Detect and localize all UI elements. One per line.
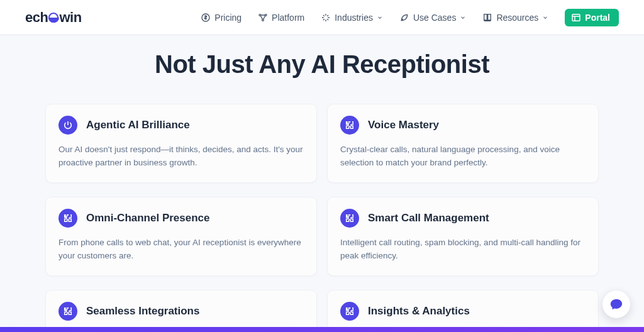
feature-title: Agentic AI Brilliance: [86, 119, 190, 131]
chevron-down-icon: [460, 14, 466, 21]
puzzle-icon: [58, 302, 77, 321]
book-icon: [482, 13, 492, 23]
dollar-icon: [201, 13, 211, 23]
feature-title: Voice Mastery: [368, 119, 439, 131]
feature-card-smart-call: Smart Call Management Intelligent call r…: [327, 197, 599, 276]
feature-title: Insights & Analytics: [368, 305, 470, 318]
feature-body: From phone calls to web chat, your AI re…: [58, 236, 304, 263]
brand-logo[interactable]: ech win: [25, 9, 82, 26]
chat-launcher-button[interactable]: [602, 290, 630, 318]
feature-grid: Agentic AI Brilliance Our AI doesn't jus…: [45, 104, 599, 332]
page-main: Not Just Any AI Receptionist Agentic AI …: [0, 35, 644, 332]
nav-use-cases[interactable]: Use Cases: [399, 13, 466, 23]
feature-card-agentic-ai: Agentic AI Brilliance Our AI doesn't jus…: [45, 104, 317, 183]
feature-title: Seamless Integrations: [86, 305, 199, 318]
nav-industries-label: Industries: [335, 13, 373, 23]
svg-point-3: [262, 19, 264, 21]
portal-button[interactable]: Portal: [565, 9, 619, 26]
chevron-down-icon: [377, 14, 383, 21]
layout-icon: [571, 13, 581, 23]
feature-card-integrations: Seamless Integrations Connect with 7000+…: [45, 290, 317, 332]
footer-accent-strip: [0, 327, 644, 332]
nav-use-cases-label: Use Cases: [413, 13, 456, 23]
puzzle-icon: [58, 209, 77, 228]
puzzle-icon: [340, 302, 359, 321]
nodes-icon: [258, 13, 268, 23]
brand-logo-o-icon: [48, 13, 58, 23]
svg-rect-4: [572, 14, 580, 21]
svg-point-2: [265, 14, 267, 16]
nav-platform-label: Platform: [272, 13, 304, 23]
nav-pricing[interactable]: Pricing: [201, 13, 242, 23]
feature-body: Our AI doesn't just respond—it thinks, d…: [58, 143, 304, 170]
feature-body: Crystal-clear calls, natural language pr…: [340, 143, 586, 170]
brand-logo-part-win: win: [59, 9, 81, 26]
feature-title: Omni-Channel Presence: [86, 212, 210, 224]
power-icon: [58, 116, 77, 135]
nav-resources-label: Resources: [496, 13, 538, 23]
feature-card-omni-channel: Omni-Channel Presence From phone calls t…: [45, 197, 317, 276]
chat-icon: [609, 297, 623, 311]
feature-card-voice-mastery: Voice Mastery Crystal-clear calls, natur…: [327, 104, 599, 183]
puzzle-icon: [340, 116, 359, 135]
feature-card-insights: Insights & Analytics Gain valuable insig…: [327, 290, 599, 332]
svg-point-1: [259, 14, 261, 16]
sparkle-icon: [321, 13, 331, 23]
main-nav: Pricing Platform Industries: [201, 9, 619, 26]
feature-title: Smart Call Management: [368, 212, 489, 224]
rocket-icon: [399, 13, 409, 23]
portal-button-label: Portal: [585, 13, 610, 23]
nav-industries[interactable]: Industries: [321, 13, 383, 23]
brand-logo-part-ech: ech: [25, 9, 48, 26]
chevron-down-icon: [542, 14, 548, 21]
page-title: Not Just Any AI Receptionist: [25, 50, 619, 79]
site-header: ech win Pricing Platform: [0, 0, 644, 35]
nav-platform[interactable]: Platform: [258, 13, 304, 23]
nav-resources[interactable]: Resources: [482, 13, 548, 23]
feature-body: Intelligent call routing, spam blocking,…: [340, 236, 586, 263]
nav-pricing-label: Pricing: [214, 13, 242, 23]
puzzle-icon: [340, 209, 359, 228]
